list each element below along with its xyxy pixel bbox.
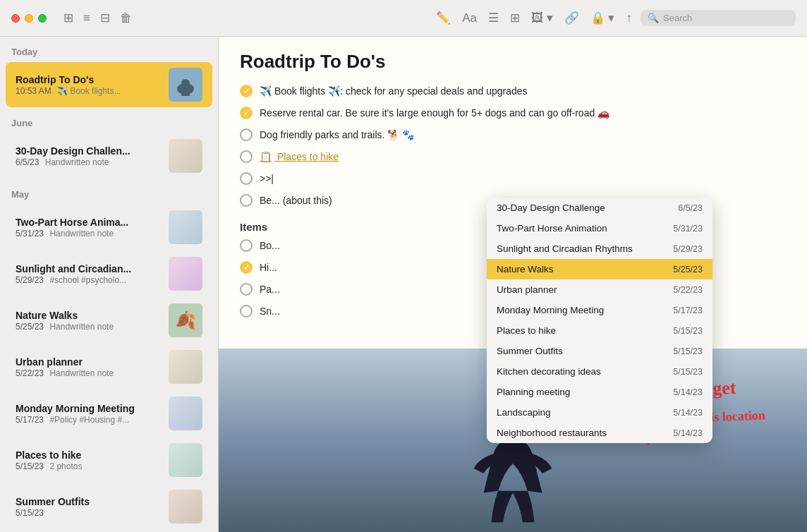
dropdown-item-3[interactable]: Nature Walks 5/25/23: [487, 259, 712, 279]
toolbar-center: ✏️ Aa ☰ ⊞ 🖼 ▾ 🔗 🔒 ▾ ↑: [436, 11, 632, 25]
dropdown-item-date-8: 5/15/23: [673, 367, 703, 377]
sidebar-item-urban[interactable]: Urban planner 5/22/23 Handwritten note: [6, 344, 212, 389]
items-checkbox-4[interactable]: [240, 305, 253, 318]
dropdown-item-11[interactable]: Neighborhood restaurants 5/14/23: [487, 423, 712, 443]
sidebar-section-june: June: [0, 108, 218, 133]
search-input[interactable]: [663, 13, 789, 23]
items-checkbox-1[interactable]: [240, 239, 253, 252]
format-list-button[interactable]: ☰: [488, 11, 499, 25]
dropdown-item-5[interactable]: Monday Morning Meeting 5/17/23: [487, 300, 712, 320]
todo-text-1: ✈️ Book flights ✈️: check for any specia…: [260, 84, 528, 99]
dropdown-item-title-1: Two-Part Horse Animation: [497, 223, 666, 234]
list-view-icon[interactable]: ≡: [83, 11, 90, 25]
dropdown-item-title-5: Monday Morning Meeting: [497, 305, 666, 315]
sidebar-item-roadtrip[interactable]: Roadtrip To Do's 10:53 AM ✈️ Book flight…: [6, 62, 212, 107]
format-text-button[interactable]: Aa: [462, 11, 477, 25]
sidebar-item-sunlight[interactable]: Sunlight and Circadian... 5/29/23 #schoo…: [6, 251, 212, 296]
sidebar-item-horse[interactable]: Two-Part Horse Anima... 5/31/23 Handwrit…: [6, 205, 212, 250]
share-button[interactable]: ↑: [626, 11, 633, 25]
note-meta-sunlight: 5/29/23 #school #psycholo...: [16, 275, 162, 285]
note-thumbnail: [169, 68, 202, 102]
search-bar[interactable]: 🔍: [641, 10, 796, 26]
note-thumbnail-horse: [169, 210, 202, 244]
dropdown-item-date-3: 5/25/23: [673, 265, 703, 274]
todo-checkbox-2[interactable]: [240, 107, 253, 119]
note-meta-urban: 5/22/23 Handwritten note: [16, 368, 162, 378]
note-meta-monday: 5/17/23 #Policy #Housing #...: [16, 415, 162, 425]
dropdown-item-10[interactable]: Landscaping 5/14/23: [487, 402, 712, 423]
todo-text-6: Be... (about this): [260, 193, 332, 208]
note-meta-horse: 5/31/23 Handwritten note: [16, 229, 162, 238]
dropdown-item-6[interactable]: Places to hike 5/15/23: [487, 320, 712, 341]
items-checkbox-3[interactable]: [240, 283, 253, 296]
sidebar-item-design[interactable]: 30-Day Design Challen... 6/5/23 Handwrit…: [6, 133, 212, 179]
note-info-monday: Monday Morning Meeting 5/17/23 #Policy #…: [16, 403, 162, 425]
maximize-button[interactable]: [38, 14, 47, 23]
todo-item-2: Reserve rental car. Be sure it's large e…: [240, 106, 786, 121]
note-title-monday: Monday Morning Meeting: [16, 403, 162, 414]
dropdown-item-4[interactable]: Urban planner 5/22/23: [487, 279, 712, 300]
media-button[interactable]: 🖼 ▾: [531, 11, 553, 25]
dropdown-item-title-3: Nature Walks: [497, 264, 666, 274]
dropdown-item-date-10: 5/14/23: [673, 408, 703, 418]
content-pane: Roadtrip To Do's ✈️ Book flights ✈️: che…: [219, 37, 807, 532]
table-button[interactable]: ⊞: [510, 11, 520, 25]
todo-checkbox-5[interactable]: [240, 172, 253, 185]
note-thumbnail-monday: [169, 397, 202, 430]
dropdown-item-8[interactable]: Kitchen decorating ideas 5/15/23: [487, 361, 712, 382]
dropdown-item-1[interactable]: Two-Part Horse Animation 5/31/23: [487, 218, 712, 238]
items-text-1: Bo...: [260, 238, 280, 253]
dropdown-item-title-10: Landscaping: [497, 407, 666, 418]
sidebar-toggle-icon[interactable]: ⊞: [63, 11, 73, 25]
dropdown-item-2[interactable]: Sunlight and Circadian Rhythms 5/29/23: [487, 238, 712, 259]
todo-checkbox-3[interactable]: [240, 128, 253, 141]
dropdown-item-title-2: Sunlight and Circadian Rhythms: [497, 243, 666, 254]
items-checkbox-2[interactable]: [240, 261, 253, 274]
note-title-horse: Two-Part Horse Anima...: [16, 217, 162, 228]
dropdown-item-0[interactable]: 30-Day Design Challenge 6/5/23: [487, 198, 712, 218]
sidebar-item-places[interactable]: Places to hike 5/15/23 2 photos: [6, 437, 212, 483]
note-info-horse: Two-Part Horse Anima... 5/31/23 Handwrit…: [16, 217, 162, 238]
sidebar-section-today: Today: [0, 37, 218, 61]
dropdown-item-7[interactable]: Summer Outfits 5/15/23: [487, 341, 712, 361]
titlebar: ⊞ ≡ ⊟ 🗑 ✏️ Aa ☰ ⊞ 🖼 ▾ 🔗 🔒 ▾ ↑ 🔍: [0, 0, 807, 37]
minimize-button[interactable]: [25, 14, 33, 23]
todo-checkbox-4[interactable]: [240, 150, 253, 163]
todo-checkbox-6[interactable]: [240, 194, 253, 207]
note-heading: Roadtrip To Do's: [240, 51, 786, 73]
dropdown-item-date-9: 5/14/23: [673, 387, 703, 397]
todo-text-4[interactable]: 📋 Places to hike: [260, 150, 339, 164]
dropdown-item-title-4: Urban planner: [497, 284, 666, 295]
note-meta: 10:53 AM ✈️ Book flights...: [16, 86, 162, 96]
trash-icon[interactable]: 🗑: [120, 11, 132, 25]
note-meta-design: 6/5/23 Handwritten note: [16, 157, 162, 167]
note-info-urban: Urban planner 5/22/23 Handwritten note: [16, 356, 162, 378]
todo-checkbox-1[interactable]: [240, 85, 253, 97]
dropdown-item-9[interactable]: Planning meeting 5/14/23: [487, 382, 712, 402]
note-info-nature: Nature Walks 5/25/23 Handwritten note: [16, 310, 162, 332]
sidebar-item-nature[interactable]: Nature Walks 5/25/23 Handwritten note 🍂: [6, 298, 212, 343]
grid-view-icon[interactable]: ⊟: [100, 11, 110, 25]
sidebar-item-monday[interactable]: Monday Morning Meeting 5/17/23 #Policy #…: [6, 391, 212, 436]
sidebar-section-may: May: [0, 179, 218, 204]
compose-button[interactable]: ✏️: [436, 11, 451, 25]
todo-text-3: Dog friendly parks and trails. 🐕 🐾: [260, 128, 414, 143]
note-info: Roadtrip To Do's 10:53 AM ✈️ Book flight…: [16, 74, 162, 96]
svg-rect-3: [181, 87, 190, 96]
todo-item-4: 📋 Places to hike: [240, 150, 786, 164]
lock-button[interactable]: 🔒 ▾: [590, 11, 615, 25]
autocomplete-dropdown: 30-Day Design Challenge 6/5/23 Two-Part …: [487, 198, 712, 443]
link-button[interactable]: 🔗: [564, 11, 579, 25]
svg-point-2: [181, 79, 190, 87]
note-thumbnail-summer: [169, 490, 202, 524]
search-icon: 🔍: [648, 13, 659, 23]
items-text-4: Sn...: [260, 304, 280, 319]
note-meta-nature: 5/25/23 Handwritten note: [16, 322, 162, 332]
close-button[interactable]: [11, 14, 20, 23]
sidebar-item-summer[interactable]: Summer Outfits 5/15/23: [6, 484, 212, 529]
dropdown-item-title-0: 30-Day Design Challenge: [497, 202, 671, 213]
note-title-design: 30-Day Design Challen...: [16, 145, 162, 157]
note-info-sunlight: Sunlight and Circadian... 5/29/23 #schoo…: [16, 263, 162, 285]
todo-item-5: >>|: [240, 171, 786, 186]
todo-item-1: ✈️ Book flights ✈️: check for any specia…: [240, 84, 786, 99]
